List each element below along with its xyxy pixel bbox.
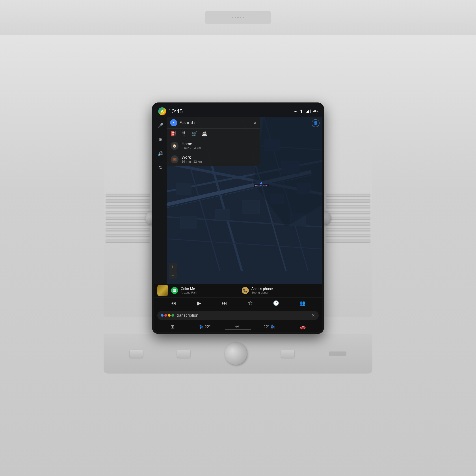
- assistant-transcription: transcription: [177, 313, 309, 318]
- vent-slat: [326, 239, 370, 243]
- phone-subtitle: Strong signal: [252, 291, 319, 294]
- zoom-in-button[interactable]: +: [169, 263, 177, 271]
- category-coffee-icon[interactable]: ☕: [202, 131, 208, 137]
- fan-button[interactable]: ✳: [235, 324, 239, 330]
- location-label: Hässelgränd: [254, 184, 269, 187]
- sidebar-settings-icon[interactable]: ⚙: [156, 136, 164, 143]
- svg-rect-21: [242, 201, 260, 214]
- fan-icon: ✳: [235, 324, 239, 330]
- assistant-bar[interactable]: transcription ✕: [157, 311, 319, 320]
- left-climate-button[interactable]: 💺 22°: [199, 324, 210, 329]
- vent-slat: [326, 222, 370, 225]
- vent-slat: [106, 199, 150, 203]
- apps-button[interactable]: ⊞: [170, 324, 174, 330]
- sidebar-route-icon[interactable]: ⇅: [156, 164, 164, 172]
- vent-slat: [326, 194, 370, 197]
- category-fuel-icon[interactable]: ⛽: [170, 131, 176, 137]
- dash-knob[interactable]: [225, 343, 247, 365]
- album-art: [157, 285, 168, 296]
- prev-button[interactable]: ⏮: [170, 300, 176, 306]
- signal-bar-1: [306, 112, 306, 113]
- signal-bar-3: [308, 110, 309, 113]
- home-indicator: [225, 329, 251, 330]
- vent-slat: [106, 205, 150, 208]
- right-seat-icon: 💺: [270, 324, 275, 329]
- nav-panel: Search ∧ ⛽ 🍴 🛒 ☕ 🏠 Home: [167, 117, 260, 166]
- zoom-out-button[interactable]: −: [169, 271, 177, 279]
- search-bar[interactable]: Search ∧: [167, 117, 260, 129]
- history-button[interactable]: 🕐: [273, 300, 279, 306]
- work-label: Work: [182, 155, 202, 160]
- search-input[interactable]: Search: [179, 120, 252, 126]
- phone-info: Anna's phone Strong signal: [252, 287, 319, 294]
- status-time: 10:45: [168, 108, 183, 115]
- category-restaurant-icon[interactable]: 🍴: [181, 131, 187, 137]
- vent-slat: [106, 228, 150, 231]
- sidebar-microphone-icon[interactable]: 🎤: [156, 121, 164, 129]
- assistant-close-button[interactable]: ✕: [311, 313, 315, 318]
- vent-slat: [326, 217, 370, 220]
- next-button[interactable]: ⏭: [221, 300, 227, 306]
- user-profile-icon[interactable]: 👤: [312, 119, 320, 127]
- spotify-icon: [171, 287, 178, 294]
- bottom-section: Color Me Arizona Rain 📞 Anna's phone Str…: [154, 284, 322, 332]
- vent-slat: [326, 199, 370, 203]
- vent-slat: [106, 234, 150, 237]
- svg-rect-19: [180, 216, 197, 229]
- signal-bars: [306, 109, 310, 113]
- car-icon: 🚗: [300, 324, 306, 330]
- dash-indicator: [329, 352, 346, 356]
- sidebar: 🎤 ⚙ 🔊 ⇅: [154, 117, 167, 284]
- work-icon: 💼: [170, 155, 178, 163]
- sidebar-volume-icon[interactable]: 🔊: [156, 150, 164, 158]
- zoom-controls: + −: [169, 263, 177, 279]
- vent-slat: [106, 222, 150, 225]
- category-icons-row: ⛽ 🍴 🛒 ☕: [167, 129, 260, 139]
- right-vent: [324, 119, 373, 317]
- vent-slat: [106, 217, 150, 220]
- vent-slat: [326, 205, 370, 208]
- apps-icon: ⊞: [170, 324, 174, 330]
- car-settings-button[interactable]: 🚗: [300, 324, 306, 330]
- gdot-green: [171, 314, 174, 317]
- signal-bar-4: [310, 110, 310, 113]
- vent-slat: [106, 239, 150, 243]
- screen: ▲ Hässelgränd A 10:45 ⚹: [154, 104, 322, 332]
- dashboard: ▲ Hässelgränd A 10:45 ⚹: [62, 29, 414, 447]
- play-button[interactable]: ▶: [197, 300, 201, 306]
- right-climate-button[interactable]: 22° 💺: [263, 324, 275, 329]
- favorite-button[interactable]: ☆: [248, 300, 253, 306]
- vent-slat: [326, 234, 370, 237]
- media-card-phone[interactable]: 📞 Anna's phone Strong signal: [238, 284, 323, 297]
- media-row: Color Me Arizona Rain 📞 Anna's phone Str…: [154, 284, 322, 298]
- right-temp: 22°: [263, 325, 269, 329]
- gdot-red: [164, 314, 167, 317]
- phone-icon: 📞: [242, 287, 249, 294]
- dash-btn-3[interactable]: [281, 350, 294, 358]
- signal-bar-2: [307, 111, 308, 113]
- destination-home[interactable]: 🏠 Home 9 min · 6.4 km: [167, 139, 260, 153]
- home-label: Home: [182, 142, 201, 146]
- vent-slat: [326, 211, 370, 214]
- android-auto-logo: A: [158, 107, 166, 115]
- screen-mount: ▲ Hässelgränd A 10:45 ⚹: [103, 102, 373, 334]
- dash-btn-2[interactable]: [177, 350, 190, 358]
- contacts-button[interactable]: 👥: [300, 300, 306, 306]
- track-subtitle: Arizona Rain: [181, 291, 235, 294]
- left-seat-icon: 💺: [199, 324, 204, 329]
- google-maps-icon: [170, 119, 177, 126]
- dash-btn-1[interactable]: [130, 350, 143, 358]
- svg-rect-20: [216, 209, 230, 220]
- destination-work[interactable]: 💼 Work 16 min · 12 km: [167, 153, 260, 166]
- phone-title: Anna's phone: [252, 287, 319, 291]
- left-vent: [103, 119, 152, 317]
- home-info: Home 9 min · 6.4 km: [182, 142, 201, 150]
- svg-point-26: [173, 122, 174, 123]
- navigation-icon: ⬆: [300, 109, 303, 114]
- category-shopping-icon[interactable]: 🛒: [191, 131, 197, 137]
- bottom-controls-bar: ⊞ 💺 22° ✳: [154, 322, 322, 332]
- svg-rect-18: [176, 183, 191, 195]
- dashboard-bottom-strip: [103, 334, 373, 374]
- media-card-music[interactable]: Color Me Arizona Rain: [154, 284, 238, 297]
- network-type: 4G: [313, 109, 318, 113]
